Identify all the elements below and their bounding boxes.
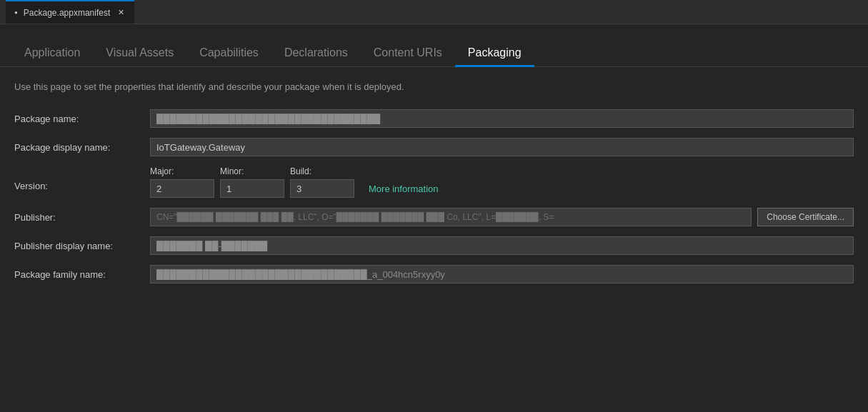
publisher-input[interactable]: [150, 208, 752, 226]
save-icon: ●: [14, 9, 18, 16]
publisher-display-name-input[interactable]: [150, 236, 854, 255]
tab-declarations[interactable]: Declarations: [271, 41, 361, 67]
page-description: Use this page to set the properties that…: [14, 81, 854, 92]
publisher-display-name-label: Publisher display name:: [14, 241, 150, 251]
tab-label: Package.appxmanifest: [24, 8, 110, 18]
choose-certificate-button[interactable]: Choose Certificate...: [757, 208, 854, 226]
package-name-label: Package name:: [14, 114, 150, 124]
tab-content-uris[interactable]: Content URIs: [361, 41, 455, 67]
close-icon[interactable]: ✕: [116, 8, 126, 18]
package-family-name-row: Package family name:: [14, 265, 854, 283]
major-header: Major:: [150, 166, 214, 176]
package-display-name-input[interactable]: [150, 138, 854, 156]
minor-input[interactable]: [220, 179, 284, 198]
build-header: Build:: [290, 166, 354, 176]
tab-visual-assets[interactable]: Visual Assets: [93, 41, 186, 67]
tab-packaging[interactable]: Packaging: [455, 41, 534, 67]
version-fields: Major: Minor: Build: More information: [150, 166, 439, 198]
version-label: Version:: [14, 166, 150, 191]
tab-capabilities[interactable]: Capabilities: [186, 41, 271, 67]
package-family-name-label: Package family name:: [14, 269, 150, 280]
tab-application[interactable]: Application: [11, 41, 93, 67]
tab-package-appxmanifest[interactable]: ● Package.appxmanifest ✕: [6, 0, 134, 24]
version-row: Version: Major: Minor: Build: More infor…: [14, 166, 854, 198]
minor-header: Minor:: [220, 166, 284, 176]
package-display-name-row: Package display name:: [14, 138, 854, 156]
publisher-display-name-row: Publisher display name:: [14, 236, 854, 255]
build-input[interactable]: [290, 179, 354, 198]
package-name-input[interactable]: [150, 109, 854, 128]
publisher-input-wrapper: Choose Certificate...: [150, 208, 854, 226]
major-input[interactable]: [150, 179, 214, 198]
nav-tabs: Application Visual Assets Capabilities D…: [0, 24, 868, 67]
content-area: Use this page to set the properties that…: [0, 67, 868, 412]
publisher-label: Publisher:: [14, 212, 150, 223]
package-family-name-input[interactable]: [150, 265, 854, 283]
package-name-row: Package name:: [14, 109, 854, 128]
package-display-name-label: Package display name:: [14, 142, 150, 153]
title-bar: ● Package.appxmanifest ✕: [0, 0, 868, 24]
publisher-row: Publisher: Choose Certificate...: [14, 208, 854, 226]
more-info-link[interactable]: More information: [369, 184, 439, 194]
